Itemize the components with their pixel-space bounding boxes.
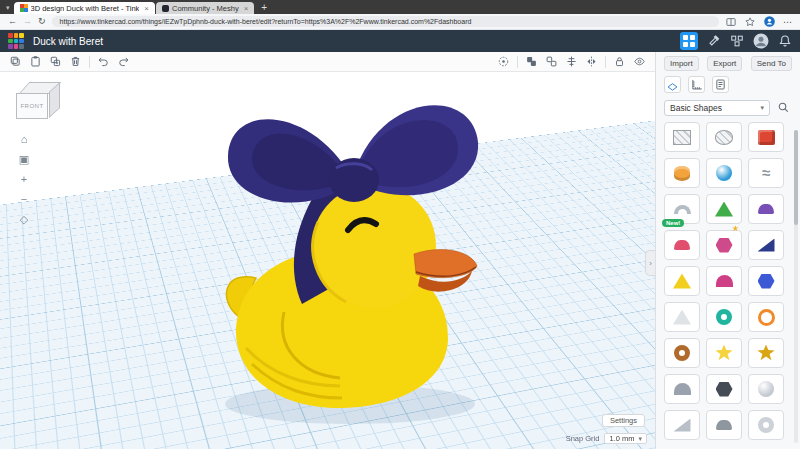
panel-scrollbar[interactable] — [794, 130, 798, 443]
codeblocks-icon[interactable] — [730, 34, 744, 48]
shape-tile-pyramid[interactable] — [664, 266, 700, 296]
snap-grid-select[interactable]: 1.0 mm ▾ — [604, 433, 647, 444]
shape-tile-torus[interactable] — [706, 302, 742, 332]
workplane-tool-button[interactable] — [664, 76, 681, 93]
ungroup-button[interactable] — [545, 55, 558, 68]
search-shapes-button[interactable] — [775, 99, 792, 116]
settings-button[interactable]: Settings — [602, 414, 645, 427]
meshy-favicon — [162, 5, 169, 12]
tab-tinkercad[interactable]: 3D design Duck with Beret - Tink × — [14, 2, 155, 14]
split-screen-icon[interactable] — [725, 16, 737, 28]
shape-tile-half-sphere[interactable] — [664, 230, 700, 260]
roof-icon — [715, 202, 733, 217]
snap-grid-control: Snap Grid 1.0 mm ▾ — [566, 433, 647, 444]
duck-model[interactable] — [200, 72, 510, 432]
shape-tile-round-roof[interactable] — [706, 266, 742, 296]
account-avatar[interactable] — [753, 33, 769, 49]
delete-button[interactable] — [69, 55, 82, 68]
tinkercad-logo[interactable] — [8, 33, 24, 49]
shape-tile-paraboloid[interactable] — [748, 194, 784, 224]
shape-tile-star-gold[interactable] — [748, 338, 784, 368]
shape-tile-cylinder[interactable] — [664, 158, 700, 188]
favorites-star-icon[interactable] — [744, 16, 756, 28]
profile-avatar[interactable] — [763, 15, 776, 28]
logo-square — [14, 39, 19, 44]
shape-tile-half-torus[interactable]: New! — [664, 194, 700, 224]
shape-tile-wedge[interactable] — [748, 230, 784, 260]
home-view-button[interactable]: ⌂ — [16, 132, 32, 147]
hide-eye-button[interactable] — [633, 55, 646, 68]
torus-icon — [716, 309, 732, 325]
tab-close-icon[interactable]: × — [242, 4, 249, 13]
paste-button[interactable] — [29, 55, 42, 68]
align-button[interactable] — [565, 55, 578, 68]
view-cube-front-face[interactable]: FRONT — [16, 93, 48, 119]
diamond-icon — [716, 382, 733, 397]
shape-tile-hole-box[interactable] — [664, 122, 700, 152]
notes-tool-button[interactable] — [712, 76, 729, 93]
hole-cylinder-icon — [715, 130, 733, 145]
shape-tile-trapezoid[interactable] — [664, 410, 700, 440]
3d-viewport[interactable]: FRONT ⌂ ▣ + − ◇ Settings Snap Grid 1.0 m… — [0, 72, 655, 449]
half-torus-icon — [674, 205, 691, 214]
zoom-out-button[interactable]: − — [16, 192, 32, 207]
shape-tile-ring-gray[interactable] — [748, 410, 784, 440]
panel-collapse-handle[interactable]: › — [645, 250, 655, 276]
fit-view-button[interactable]: ▣ — [16, 152, 32, 167]
shape-tile-hole-cylinder[interactable] — [706, 122, 742, 152]
zoom-in-button[interactable]: + — [16, 172, 32, 187]
shape-category-dropdown[interactable]: Basic Shapes ▾ — [664, 100, 770, 116]
undo-button[interactable] — [97, 55, 110, 68]
send-to-button[interactable]: Send To — [751, 56, 792, 71]
tab-actions-menu-icon[interactable]: ▾ — [6, 4, 10, 12]
new-tab-button[interactable]: + — [261, 3, 267, 13]
shape-tile-dome-gray[interactable] — [706, 410, 742, 440]
shape-tile-prism[interactable] — [748, 266, 784, 296]
lock-button[interactable] — [613, 55, 626, 68]
redo-button[interactable] — [117, 55, 130, 68]
more-menu-icon[interactable]: ⋯ — [783, 17, 792, 27]
tools-hammer-icon[interactable] — [707, 34, 721, 48]
shape-tile-tube[interactable] — [664, 338, 700, 368]
refresh-button[interactable]: ↻ — [38, 17, 46, 26]
url-field[interactable]: https://www.tinkercad.com/things/iEZwTpD… — [52, 16, 719, 27]
shape-tile-star[interactable] — [706, 338, 742, 368]
tab-close-icon[interactable]: × — [142, 4, 149, 13]
copy-button[interactable] — [9, 55, 22, 68]
logo-square — [19, 33, 24, 38]
shape-tile-torus-thin[interactable] — [748, 302, 784, 332]
shape-tile-polygon[interactable]: ★ — [706, 230, 742, 260]
import-button[interactable]: Import — [664, 56, 699, 71]
chevron-right-icon: › — [649, 259, 652, 268]
perspective-toggle-button[interactable]: ◇ — [16, 212, 32, 227]
sphere-icon — [716, 165, 732, 181]
mirror-button[interactable] — [585, 55, 598, 68]
star-icon — [715, 345, 733, 362]
shape-tile-scribble[interactable] — [748, 158, 784, 188]
ring-gray-icon — [758, 417, 774, 433]
back-button[interactable]: ← — [8, 17, 17, 26]
shape-tile-diamond[interactable] — [706, 374, 742, 404]
notifications-bell-icon[interactable] — [778, 34, 792, 48]
shape-tile-box[interactable] — [748, 122, 784, 152]
group-button[interactable] — [525, 55, 538, 68]
shape-tile-half-cylinder[interactable] — [664, 374, 700, 404]
forward-button[interactable]: → — [23, 17, 32, 26]
polygon-icon — [716, 238, 733, 253]
shape-tile-roof[interactable] — [706, 194, 742, 224]
design-name[interactable]: Duck with Beret — [33, 36, 103, 47]
shape-tile-cone[interactable] — [664, 302, 700, 332]
3d-designs-button[interactable] — [680, 32, 698, 50]
shape-tile-sphere[interactable] — [706, 158, 742, 188]
half-cylinder-icon — [674, 383, 691, 395]
view-cube[interactable]: FRONT — [14, 80, 68, 126]
duplicate-button[interactable] — [49, 55, 62, 68]
category-row: Basic Shapes ▾ — [656, 96, 800, 120]
ruler-tool-button[interactable] — [688, 76, 705, 93]
shape-tile-sphere-gray[interactable] — [748, 374, 784, 404]
show-all-button[interactable] — [497, 55, 510, 68]
tab-label: 3D design Duck with Beret - Tink — [31, 4, 140, 13]
scrollbar-thumb[interactable] — [794, 130, 798, 225]
export-button[interactable]: Export — [707, 56, 742, 71]
tab-meshy[interactable]: Community - Meshy × — [156, 2, 254, 14]
